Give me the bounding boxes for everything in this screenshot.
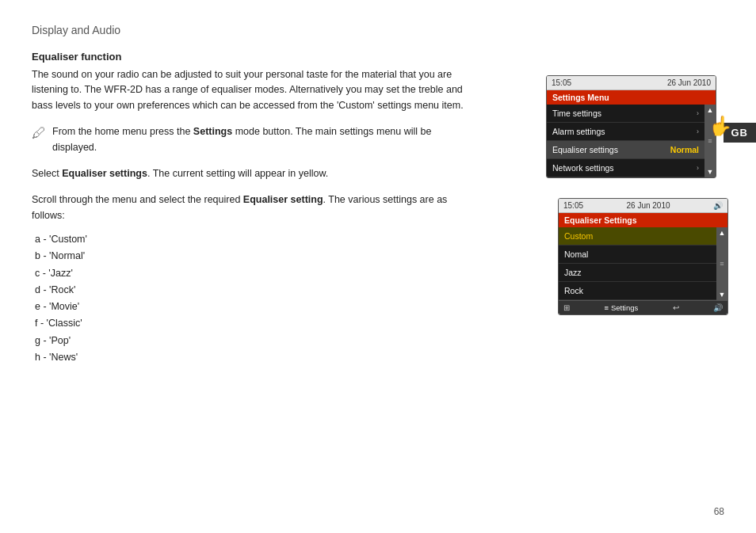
screen2-body: Custom Nomal Jazz Rock ▲ ≡ ▼ bbox=[559, 227, 727, 300]
grid-icon: ⊞ bbox=[563, 303, 570, 312]
screen2-scrollbar[interactable]: ▲ ≡ ▼ bbox=[716, 227, 727, 300]
eq-item-nomal[interactable]: Nomal bbox=[559, 246, 716, 264]
back-icon[interactable]: ↩ bbox=[673, 303, 679, 312]
page-number: 68 bbox=[714, 506, 724, 517]
main-content: Display and Audio Equaliser function The… bbox=[0, 0, 507, 390]
menu-item-eq-label: Equaliser settings bbox=[552, 145, 618, 154]
menu-item-time[interactable]: Time settings › bbox=[547, 105, 704, 123]
eq-item-rock[interactable]: Rock bbox=[559, 282, 716, 300]
scroll-lines: ≡ bbox=[708, 137, 712, 146]
eq-item-jazz[interactable]: Jazz bbox=[559, 264, 716, 282]
note-icon: 🖊 bbox=[32, 125, 46, 142]
screen2-time: 15:05 bbox=[563, 201, 583, 210]
screen2-scroll-lines: ≡ bbox=[720, 260, 724, 268]
settings-icon: ≡ bbox=[604, 303, 609, 312]
screen2-header: 15:05 26 Jun 2010 🔊 bbox=[559, 199, 727, 213]
menu-item-time-arrow: › bbox=[697, 109, 699, 117]
list-item: g - 'Pop' bbox=[35, 333, 475, 349]
body-text: The sound on your radio can be adjusted … bbox=[32, 67, 475, 113]
screen1: 15:05 26 Jun 2010 Settings Menu Time set… bbox=[546, 75, 728, 178]
screen1-time: 15:05 bbox=[552, 78, 571, 87]
screen2-date: 26 Jun 2010 bbox=[626, 201, 670, 210]
footer-volume-icon: 🔊 bbox=[713, 303, 723, 312]
menu-item-eq-normal: Normal bbox=[670, 145, 699, 154]
note-text: From the home menu press the Settings mo… bbox=[52, 124, 475, 155]
screens-container: 15:05 26 Jun 2010 Settings Menu Time set… bbox=[546, 75, 728, 178]
list-item: d - 'Rock' bbox=[35, 282, 475, 299]
scroll-down-arrow[interactable]: ▼ bbox=[707, 168, 714, 176]
screen1-body: Time settings › Alarm settings › Equalis… bbox=[547, 105, 716, 177]
volume-icon: 🔊 bbox=[713, 201, 723, 210]
screen2-title: Equaliser Settings bbox=[559, 213, 727, 227]
screen2-scroll-down[interactable]: ▼ bbox=[719, 291, 726, 299]
menu-item-network[interactable]: Network settings › bbox=[547, 159, 704, 177]
menu-item-alarm[interactable]: Alarm settings › bbox=[547, 123, 704, 141]
hand-pointer: 👆 bbox=[708, 115, 732, 137]
settings-menu-screen: 15:05 26 Jun 2010 Settings Menu Time set… bbox=[546, 75, 716, 178]
list-items: a - 'Custom' b - 'Normal' c - 'Jazz' d -… bbox=[35, 231, 475, 366]
screen1-title: Settings Menu bbox=[547, 90, 716, 105]
screen1-date: 26 Jun 2010 bbox=[667, 78, 711, 87]
list-item: b - 'Normal' bbox=[35, 248, 475, 265]
equaliser-settings-screen: 15:05 26 Jun 2010 🔊 Equaliser Settings C… bbox=[558, 198, 728, 315]
menu-item-equaliser[interactable]: Equaliser settings Normal bbox=[547, 141, 704, 159]
screen2-footer: ⊞ ≡ Settings ↩ 🔊 bbox=[559, 300, 727, 314]
scroll-text: Scroll through the menu and select the r… bbox=[32, 192, 475, 223]
menu-item-time-label: Time settings bbox=[552, 109, 601, 118]
list-item: c - 'Jazz' bbox=[35, 265, 475, 282]
menu-item-alarm-label: Alarm settings bbox=[552, 127, 605, 136]
list-item: e - 'Movie' bbox=[35, 299, 475, 315]
page-title: Display and Audio bbox=[32, 24, 475, 36]
scroll-up-arrow[interactable]: ▲ bbox=[707, 106, 714, 114]
eq-item-custom[interactable]: Custom bbox=[559, 227, 716, 246]
section-heading: Equaliser function bbox=[32, 51, 475, 63]
menu-item-alarm-arrow: › bbox=[697, 128, 699, 135]
footer-settings: ≡ Settings bbox=[604, 303, 638, 312]
screen1-header: 15:05 26 Jun 2010 bbox=[547, 76, 716, 90]
note-block: 🖊 From the home menu press the Settings … bbox=[32, 124, 475, 155]
list-item: a - 'Custom' bbox=[35, 231, 475, 248]
select-text: Select Equaliser settings. The current s… bbox=[32, 166, 475, 181]
menu-item-network-label: Network settings bbox=[552, 163, 614, 173]
list-item: h - 'News' bbox=[35, 349, 475, 366]
menu-item-network-arrow: › bbox=[697, 164, 699, 172]
list-item: f - 'Classic' bbox=[35, 315, 475, 332]
screen2-scroll-up[interactable]: ▲ bbox=[719, 229, 726, 237]
